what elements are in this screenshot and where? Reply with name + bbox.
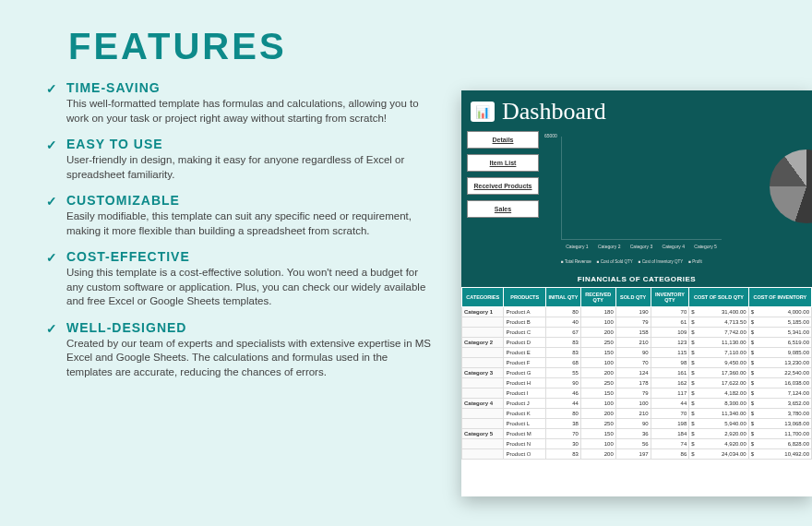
cell: Product B: [504, 317, 545, 328]
cell: 5,185.00: [748, 317, 811, 328]
cell: 7,110.00: [689, 348, 748, 358]
cell: 83: [545, 338, 580, 348]
cell: 250: [580, 378, 615, 389]
cell: 46: [545, 389, 580, 399]
cell: 17,360.00: [689, 368, 748, 378]
cell: 184: [651, 429, 689, 439]
cell: 117: [651, 389, 689, 399]
cell: 11,700.00: [748, 429, 811, 439]
cell: 200: [580, 449, 615, 460]
cell: 79: [615, 389, 651, 399]
table-title: FINANCIALS OF CATEGORIES: [461, 271, 812, 287]
feature-title: WELL-DESIGNED: [66, 320, 434, 335]
cell: 250: [580, 419, 615, 429]
nav-received-button[interactable]: Received Products: [467, 177, 539, 195]
dashboard-nav: Details Item List Received Products Sale…: [467, 131, 539, 266]
feature-title: EASY TO USE: [66, 137, 434, 151]
cell: [462, 328, 504, 338]
page-title: FEATURES: [0, 0, 812, 80]
cell: 7,742.00: [689, 328, 748, 338]
x-axis-labels: Category 1Category 2Category 3Category 4…: [561, 244, 722, 249]
cell: 150: [580, 348, 615, 358]
cell: 90: [615, 419, 651, 429]
cell: 68: [545, 358, 580, 368]
column-header: CATEGORIES: [462, 288, 504, 307]
cell: 44: [651, 399, 689, 409]
cell: 100: [580, 399, 615, 409]
table-row: Product B4010079614,713.505,185.00: [462, 317, 812, 328]
table-row: Product O832001978624,034.0010,492.00: [462, 449, 812, 460]
cell: 4,920.00: [689, 439, 748, 449]
cell: Product N: [504, 439, 545, 449]
nav-itemlist-button[interactable]: Item List: [467, 154, 539, 172]
category-label: Category 2: [598, 244, 620, 249]
cell: 2,920.00: [689, 429, 748, 439]
cell: [462, 348, 504, 358]
cell: 98: [651, 358, 689, 368]
cell: [462, 419, 504, 429]
cell: [462, 358, 504, 368]
table-row: Category 1Product A801801907031,400.004,…: [462, 307, 812, 317]
features-list: ✓ TIME-SAVING This well-formatted templa…: [46, 80, 434, 379]
cell: 6,519.00: [748, 338, 811, 348]
cell: Category 2: [462, 338, 504, 348]
feature-title: CUSTOMIZABLE: [66, 193, 434, 208]
cell: 80: [545, 409, 580, 419]
cell: 40: [545, 317, 580, 328]
cell: 100: [580, 439, 615, 449]
chart-legend: Total RevenueCost of Sold QTYCost of Inv…: [561, 259, 722, 264]
cell: Category 5: [462, 429, 504, 439]
cell: Category 4: [462, 399, 504, 409]
cell: 83: [545, 449, 580, 460]
cell: [462, 317, 504, 328]
cell: 6,828.00: [748, 439, 811, 449]
column-header: INVENTORY QTY: [651, 288, 689, 307]
cell: 178: [615, 378, 651, 389]
feature-item: ✓ TIME-SAVING This well-formatted templa…: [46, 80, 434, 126]
cell: 7,124.00: [748, 389, 811, 399]
check-icon: ✓: [46, 194, 57, 209]
category-label: Category 3: [630, 244, 652, 249]
pie-chart: [770, 149, 812, 223]
cell: 90: [545, 378, 580, 389]
cell: Product O: [504, 449, 545, 460]
feature-title: COST-EFFECTIVE: [66, 249, 434, 264]
feature-item: ✓ CUSTOMIZABLE Easily modifiable, this t…: [46, 193, 434, 238]
table-row: Category 4Product J44100100448,300.003,6…: [462, 399, 812, 409]
feature-desc: This well-formatted template has formula…: [66, 97, 434, 126]
cell: 16,038.00: [748, 378, 811, 389]
table-row: Product C672001581097,742.005,341.00: [462, 328, 812, 338]
cell: 197: [615, 449, 651, 460]
cell: 10,492.00: [748, 449, 811, 460]
table-row: Product L38250901985,940.0013,068.00: [462, 419, 812, 429]
cell: 13,230.00: [748, 358, 811, 368]
cell: 158: [615, 328, 651, 338]
table-row: Product N3010056744,920.006,828.00: [462, 439, 812, 449]
cell: 100: [580, 317, 615, 328]
legend-item: Cost of Inventory QTY: [639, 259, 684, 264]
table-row: Product F6810070989,450.0013,230.00: [462, 358, 812, 368]
cell: [462, 449, 504, 460]
nav-details-button[interactable]: Details: [467, 131, 539, 149]
cell: 124: [615, 368, 651, 378]
cell: 200: [580, 409, 615, 419]
cell: 5,940.00: [689, 419, 748, 429]
cell: 150: [580, 429, 615, 439]
cell: 24,034.00: [689, 449, 748, 460]
cell: Category 3: [462, 368, 504, 378]
category-label: Category 1: [566, 244, 588, 249]
cell: 3,780.00: [748, 409, 811, 419]
legend-item: Total Revenue: [561, 259, 591, 264]
cell: 30: [545, 439, 580, 449]
y-axis-max: 65000: [544, 133, 557, 138]
feature-item: ✓ COST-EFFECTIVE Using this template is …: [46, 249, 434, 309]
cell: 162: [651, 378, 689, 389]
cell: 13,068.00: [748, 419, 811, 429]
cell: Product G: [504, 368, 545, 378]
nav-sales-button[interactable]: Sales: [467, 200, 539, 218]
cell: Product D: [504, 338, 545, 348]
cell: 83: [545, 348, 580, 358]
cell: 31,400.00: [689, 307, 748, 317]
column-header: RECEIVED QTY: [580, 288, 615, 307]
feature-item: ✓ WELL-DESIGNED Created by our team of e…: [46, 320, 434, 380]
